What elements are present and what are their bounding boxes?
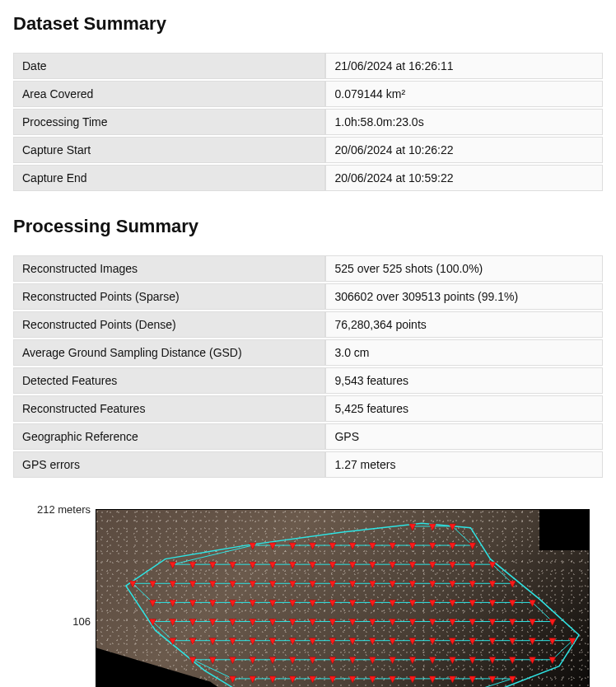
table-key: Capture End xyxy=(13,165,325,191)
table-row: Geographic ReferenceGPS xyxy=(13,423,603,450)
table-value: 1.0h:58.0m:23.0s xyxy=(325,109,603,135)
dataset-summary-heading: Dataset Summary xyxy=(13,13,603,35)
table-key: Capture Start xyxy=(13,137,325,163)
processing-summary-table: Reconstructed Images525 over 525 shots (… xyxy=(13,254,603,479)
table-row: Area Covered0.079144 km² xyxy=(13,81,603,107)
table-key: Processing Time xyxy=(13,109,325,135)
table-key: Average Ground Sampling Distance (GSD) xyxy=(13,339,325,366)
table-value: 76,280,364 points xyxy=(325,311,603,338)
table-value: 1.27 meters xyxy=(325,451,603,478)
table-key: Reconstructed Images xyxy=(13,255,325,282)
table-value: 3.0 cm xyxy=(325,339,603,366)
table-key: Date xyxy=(13,53,325,79)
table-row: Date21/06/2024 at 16:26:11 xyxy=(13,53,603,79)
table-value: 9,543 features xyxy=(325,367,603,394)
map-void-top-right xyxy=(539,510,589,550)
table-row: Reconstructed Points (Sparse)306602 over… xyxy=(13,283,603,310)
table-key: GPS errors xyxy=(13,451,325,478)
table-key: Reconstructed Features xyxy=(13,395,325,422)
table-value: GPS xyxy=(325,423,603,450)
table-row: Reconstructed Points (Dense)76,280,364 p… xyxy=(13,311,603,338)
table-key: Detected Features xyxy=(13,367,325,394)
table-row: Capture End20/06/2024 at 10:59:22 xyxy=(13,165,603,191)
table-key: Geographic Reference xyxy=(13,423,325,450)
table-row: Detected Features9,543 features xyxy=(13,367,603,394)
table-row: Average Ground Sampling Distance (GSD)3.… xyxy=(13,339,603,366)
table-row: GPS errors1.27 meters xyxy=(13,451,603,478)
table-value: 21/06/2024 at 16:26:11 xyxy=(325,53,603,79)
table-value: 525 over 525 shots (100.0%) xyxy=(325,255,603,282)
table-value: 306602 over 309513 points (99.1%) xyxy=(325,283,603,310)
table-value: 5,425 features xyxy=(325,395,603,422)
table-key: Reconstructed Points (Dense) xyxy=(13,311,325,338)
processing-summary-heading: Processing Summary xyxy=(13,216,603,237)
y-axis-tick: 106 xyxy=(25,615,91,628)
table-value: 20/06/2024 at 10:59:22 xyxy=(325,165,603,191)
dataset-summary-table: Date21/06/2024 at 16:26:11Area Covered0.… xyxy=(13,51,603,193)
dataset-summary-section: Dataset Summary Date21/06/2024 at 16:26:… xyxy=(13,13,603,193)
table-row: Processing Time1.0h:58.0m:23.0s xyxy=(13,109,603,135)
table-row: Capture Start20/06/2024 at 10:26:22 xyxy=(13,137,603,163)
table-row: Reconstructed Features5,425 features xyxy=(13,395,603,422)
map-texture xyxy=(96,510,589,687)
map-plot-area xyxy=(96,509,590,687)
processing-summary-section: Processing Summary Reconstructed Images5… xyxy=(13,216,603,479)
y-axis-tick: 212 meters xyxy=(25,503,91,516)
table-row: Reconstructed Images525 over 525 shots (… xyxy=(13,255,603,282)
table-key: Reconstructed Points (Sparse) xyxy=(13,283,325,310)
table-value: 0.079144 km² xyxy=(325,81,603,107)
table-key: Area Covered xyxy=(13,81,325,107)
table-value: 20/06/2024 at 10:26:22 xyxy=(325,137,603,163)
flight-path-map: 212 meters10600234468 meters xyxy=(13,502,603,687)
